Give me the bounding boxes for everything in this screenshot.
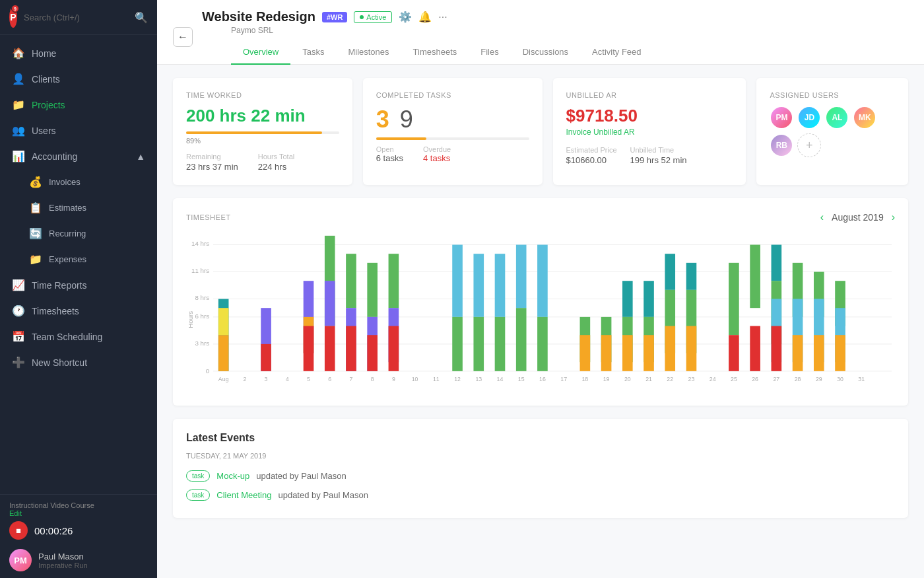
unbilled-label: UNBILLED AR <box>566 91 733 99</box>
svg-text:9: 9 <box>392 376 395 382</box>
tab-overview[interactable]: Overview <box>231 40 290 65</box>
project-title: Website Redesign <box>202 9 315 24</box>
scheduling-icon: 📅 <box>12 330 24 343</box>
svg-rect-88 <box>772 245 782 281</box>
svg-rect-49 <box>495 254 506 317</box>
sidebar-item-label: Invoices <box>49 177 81 187</box>
notification-icon[interactable]: 🔔 <box>418 11 432 23</box>
svg-rect-29 <box>346 254 356 308</box>
timer-display: 00:00:26 <box>34 525 73 536</box>
svg-text:12: 12 <box>454 376 461 382</box>
svg-text:7: 7 <box>350 376 353 382</box>
svg-text:28: 28 <box>795 376 801 382</box>
unbilled-detail-row: Estimated Price $10660.00 Unbilled Time … <box>566 146 733 165</box>
svg-text:0: 0 <box>206 367 210 375</box>
add-user-button[interactable]: + <box>797 133 821 157</box>
tab-tasks[interactable]: Tasks <box>290 40 336 65</box>
sidebar-item-accounting[interactable]: 📊 Accounting ▲ <box>0 143 157 169</box>
tab-timesheets[interactable]: Timesheets <box>401 40 469 65</box>
tab-activity-feed[interactable]: Activity Feed <box>580 40 653 65</box>
invoice-link[interactable]: Invoice Unbilled AR <box>566 127 733 137</box>
search-input[interactable] <box>24 13 135 22</box>
user-avatar: PM <box>9 549 32 571</box>
sidebar-item-invoices[interactable]: 💰 Invoices <box>0 169 157 195</box>
svg-text:26: 26 <box>752 376 758 382</box>
svg-text:14 hrs: 14 hrs <box>191 240 209 247</box>
svg-text:29: 29 <box>816 376 822 382</box>
sidebar: P 9 🔍 🏠 Home 👤 Clients 📁 Projects 👥 User… <box>0 0 157 578</box>
project-header: ← Website Redesign #WR Active ⚙️ 🔔 ··· P… <box>157 0 924 65</box>
event-link-1[interactable]: Mock-up <box>216 471 249 481</box>
add-shortcut-icon: ➕ <box>12 356 24 369</box>
app-logo: P 9 <box>9 7 17 28</box>
svg-text:31: 31 <box>858 376 865 382</box>
svg-text:8 hrs: 8 hrs <box>195 294 209 301</box>
time-sub-row: Remaining 23 hrs 37 min Hours Total 224 … <box>186 153 339 172</box>
sidebar-item-home[interactable]: 🏠 Home <box>0 40 157 66</box>
timesheet-title: TIMESHEET <box>186 213 230 221</box>
sidebar-item-label: Expenses <box>49 254 86 264</box>
unbilled-time-label: Unbilled Time <box>630 146 687 154</box>
back-button[interactable]: ← <box>173 27 193 47</box>
sidebar-item-label: Home <box>32 48 56 59</box>
accounting-toggle[interactable]: ▲ <box>136 151 145 162</box>
sidebar-item-new-shortcut[interactable]: ➕ New Shortcut <box>0 349 157 375</box>
content-area: TIME WORKED 200 hrs 22 min 89% Remaining… <box>157 65 924 578</box>
svg-rect-65 <box>622 281 633 317</box>
timer-edit-link[interactable]: Edit <box>9 509 148 517</box>
tab-files[interactable]: Files <box>469 40 510 65</box>
settings-icon[interactable]: ⚙️ <box>399 11 412 23</box>
svg-rect-55 <box>537 245 548 317</box>
user-name: Paul Mason <box>38 552 88 561</box>
search-icon[interactable]: 🔍 <box>135 11 148 24</box>
prev-month-button[interactable]: ‹ <box>820 211 824 223</box>
svg-rect-35 <box>367 335 378 371</box>
more-options-icon[interactable]: ··· <box>438 11 447 23</box>
svg-text:10: 10 <box>412 376 418 382</box>
sidebar-item-projects[interactable]: 📁 Projects <box>0 92 157 118</box>
user-initials: PM <box>14 556 27 565</box>
unbilled-ar-card: UNBILLED AR $9718.50 Invoice Unbilled AR… <box>553 78 746 185</box>
month-navigator: ‹ August 2019 › <box>820 211 895 223</box>
svg-rect-85 <box>750 245 760 308</box>
tab-milestones[interactable]: Milestones <box>336 40 401 65</box>
project-tag: #WR <box>322 12 347 22</box>
svg-rect-86 <box>750 326 760 371</box>
sidebar-item-time-reports[interactable]: 📈 Time Reports <box>0 272 157 298</box>
project-subtitle: Paymo SRL <box>202 26 908 35</box>
stats-row: TIME WORKED 200 hrs 22 min 89% Remaining… <box>173 78 908 185</box>
sidebar-item-timesheets[interactable]: 🕐 Timesheets <box>0 298 157 324</box>
latest-events-section: Latest Events TUESDAY, 21 MAY 2019 task … <box>173 419 908 518</box>
sidebar-item-clients[interactable]: 👤 Clients <box>0 66 157 92</box>
svg-rect-77 <box>686 263 697 290</box>
sidebar-item-recurring[interactable]: 🔄 Recurring <box>0 221 157 246</box>
sidebar-item-team-scheduling[interactable]: 📅 Team Scheduling <box>0 324 157 349</box>
sidebar-item-users[interactable]: 👥 Users <box>0 118 157 143</box>
remaining-label: Remaining <box>186 153 238 161</box>
next-month-button[interactable]: › <box>892 211 895 223</box>
sidebar-item-estimates[interactable]: 📋 Estimates <box>0 195 157 221</box>
time-progress-track <box>186 131 339 134</box>
sidebar-item-label: Users <box>32 126 56 136</box>
assigned-users-label: ASSIGNED USERS <box>770 91 895 99</box>
tab-discussions[interactable]: Discussions <box>511 40 580 65</box>
timer-stop-button[interactable]: ⏹ <box>9 521 28 540</box>
completed-progress-bar <box>376 137 426 140</box>
sidebar-item-label: Recurring <box>49 229 86 238</box>
timer-course-label: Instructional Video Course <box>9 501 148 509</box>
event-link-2[interactable]: Client Meeting <box>216 490 271 500</box>
svg-text:17: 17 <box>560 376 567 382</box>
completed-detail-row: Open 6 tasks Overdue 4 tasks <box>376 145 529 163</box>
avatar-4: MK <box>853 106 876 129</box>
svg-rect-71 <box>644 335 654 371</box>
unbilled-time-value: 199 hrs 52 min <box>630 155 687 165</box>
hours-total-value: 224 hrs <box>258 162 294 172</box>
sidebar-item-label: Clients <box>32 74 60 85</box>
svg-text:16: 16 <box>539 376 546 382</box>
completed-tasks-label: COMPLETED TASKS <box>376 91 529 99</box>
svg-text:18: 18 <box>581 376 588 382</box>
projects-icon: 📁 <box>12 98 24 111</box>
svg-rect-82 <box>729 263 739 335</box>
user-profile: PM Paul Mason Imperative Run <box>9 544 148 571</box>
sidebar-item-expenses[interactable]: 📁 Expenses <box>0 246 157 272</box>
